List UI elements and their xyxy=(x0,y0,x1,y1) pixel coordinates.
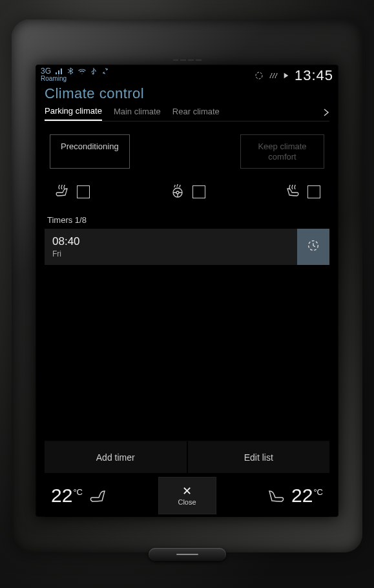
steering-wheel-heat-icon xyxy=(169,183,186,201)
right-temp-unit: °C xyxy=(313,487,323,497)
screen: 3G Roami xyxy=(36,65,338,517)
timer-time: 08:40 xyxy=(52,235,289,248)
timers-label: Timers 1/8 xyxy=(45,215,329,225)
tab-main-climate[interactable]: Main climate xyxy=(114,107,161,120)
right-seat-heat-checkbox[interactable] xyxy=(307,185,320,198)
add-timer-button[interactable]: Add timer xyxy=(45,441,187,473)
header: Climate control Parking climate Main cli… xyxy=(36,84,338,121)
left-temp-value: 22 xyxy=(51,485,72,507)
svg-point-0 xyxy=(256,72,262,79)
steering-heat-checkbox[interactable] xyxy=(192,185,205,198)
page-title: Climate control xyxy=(45,85,329,102)
status-bar: 3G Roami xyxy=(36,65,338,84)
play-icon xyxy=(283,72,289,79)
speaker-grille xyxy=(173,59,202,62)
left-temp-unit: °C xyxy=(73,487,83,497)
timer-icon xyxy=(306,238,320,255)
right-temp[interactable]: 22 °C xyxy=(291,485,323,507)
tabs: Parking climate Main climate Rear climat… xyxy=(45,106,329,121)
home-button[interactable] xyxy=(149,548,226,561)
loop-icon xyxy=(255,71,264,80)
timer-toggle-button[interactable] xyxy=(297,229,329,265)
close-icon: ✕ xyxy=(182,485,192,497)
left-seat-heat-checkbox[interactable] xyxy=(77,185,90,198)
seat-left-icon xyxy=(88,485,109,507)
edit-list-button[interactable]: Edit list xyxy=(187,441,330,473)
left-seat-heat-item[interactable] xyxy=(54,183,90,201)
right-seat-heat-item[interactable] xyxy=(284,183,320,201)
spacer xyxy=(45,265,329,441)
left-temp[interactable]: 22 °C xyxy=(51,485,83,507)
timer-row[interactable]: 08:40 Fri xyxy=(45,229,329,265)
signal-icon xyxy=(55,67,63,75)
close-label: Close xyxy=(178,498,196,506)
seat-right-icon xyxy=(265,485,286,507)
keep-climate-comfort-button[interactable]: Keep climate comfort xyxy=(240,134,324,169)
svg-point-2 xyxy=(176,191,179,194)
preconditioning-button[interactable]: Preconditioning xyxy=(50,134,130,169)
timer-day: Fri xyxy=(52,249,289,258)
seat-heat-right-icon xyxy=(284,183,301,201)
mode-button-row: Preconditioning Keep climate comfort xyxy=(45,134,329,169)
tabs-more-chevron-icon[interactable] xyxy=(323,108,329,120)
seat-heat-left-icon xyxy=(54,183,70,201)
bluetooth-icon xyxy=(67,67,74,75)
network-label: 3G xyxy=(41,67,51,75)
defrost-icon xyxy=(269,71,278,80)
right-seat-button[interactable] xyxy=(259,485,291,507)
wifi-icon xyxy=(78,67,86,75)
left-seat-button[interactable] xyxy=(83,485,115,507)
usb-icon xyxy=(90,67,98,75)
device-frame: 3G Roami xyxy=(0,0,374,588)
tab-parking-climate[interactable]: Parking climate xyxy=(45,106,102,121)
tab-rear-climate[interactable]: Rear climate xyxy=(172,107,220,120)
content: Preconditioning Keep climate comfort xyxy=(36,121,338,517)
steering-heat-item[interactable] xyxy=(169,183,205,201)
heater-check-row xyxy=(45,169,329,201)
timer-text: 08:40 Fri xyxy=(45,231,297,262)
right-temp-value: 22 xyxy=(291,485,313,507)
action-row: Add timer Edit list xyxy=(45,441,329,473)
roaming-label: Roaming xyxy=(41,76,109,82)
climate-bar: 22 °C ✕ Close xyxy=(45,473,329,517)
clock: 13:45 xyxy=(295,67,333,84)
sync-icon xyxy=(101,67,109,75)
close-button[interactable]: ✕ Close xyxy=(158,477,216,514)
